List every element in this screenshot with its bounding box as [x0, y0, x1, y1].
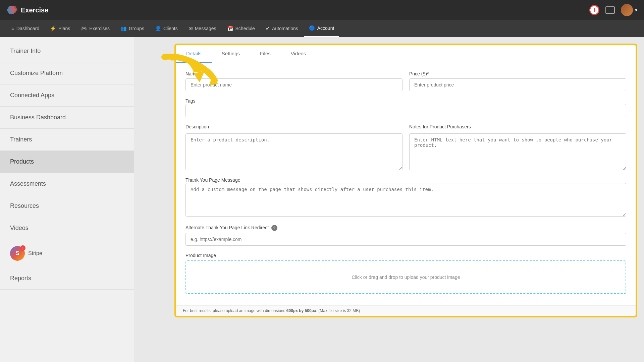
- notes-label: Notes for Product Purchasers: [409, 124, 626, 129]
- stripe-badge: S 1: [10, 246, 25, 261]
- nav-schedule[interactable]: 📅 Schedule: [222, 20, 260, 37]
- plans-icon: ⚡: [50, 25, 56, 32]
- topbar: Exercise ▾: [0, 0, 644, 20]
- redirect-label: Alternate Thank You Page Link Redirect ?: [185, 225, 277, 230]
- user-caret: ▾: [635, 7, 637, 13]
- avatar[interactable]: [621, 4, 633, 16]
- name-input[interactable]: [185, 78, 402, 91]
- app-logo[interactable]: Exercise: [7, 5, 48, 15]
- nav-messages-label: Messages: [195, 26, 216, 31]
- clock-hands: [592, 8, 597, 12]
- name-group: Name*: [185, 71, 402, 91]
- sidebar-item-resources[interactable]: Resources: [0, 195, 134, 217]
- nav-schedule-label: Schedule: [235, 26, 255, 31]
- description-group: Description: [185, 124, 402, 170]
- image-group: Product Image Click or drag and drop to …: [185, 252, 626, 294]
- image-upload-text: Click or drag and drop to upload your pr…: [352, 275, 460, 280]
- sidebar-item-business-dashboard[interactable]: Business Dashboard: [0, 107, 134, 129]
- price-input[interactable]: [409, 78, 626, 91]
- nav-clients-label: Clients: [163, 26, 178, 31]
- messages-icon: ✉: [189, 25, 193, 32]
- schedule-icon: 📅: [227, 25, 233, 32]
- redirect-group: Alternate Thank You Page Link Redirect ?: [185, 225, 626, 246]
- name-price-row: Name* Price ($)*: [185, 71, 626, 91]
- thankyou-label: Thank You Page Message: [185, 177, 240, 183]
- nav-plans-label: Plans: [58, 26, 70, 31]
- groups-icon: 👥: [120, 25, 127, 32]
- sidebar-item-connected-apps[interactable]: Connected Apps: [0, 84, 134, 107]
- topbar-right: ▾: [589, 4, 637, 16]
- stripe-label: Stripe: [28, 250, 42, 256]
- automations-icon: ✔: [266, 25, 270, 32]
- nav-automations[interactable]: ✔ Automations: [261, 20, 303, 37]
- tab-videos[interactable]: Videos: [281, 45, 316, 63]
- image-upload-area[interactable]: Click or drag and drop to upload your pr…: [185, 260, 626, 294]
- nav-messages[interactable]: ✉ Messages: [184, 20, 221, 37]
- notification-dot: 1: [20, 245, 25, 251]
- thankyou-group: Thank You Page Message: [185, 177, 626, 218]
- sidebar-item-customize-platform[interactable]: Customize Platform: [0, 62, 134, 84]
- price-group: Price ($)*: [409, 71, 626, 91]
- redirect-input[interactable]: [185, 233, 626, 246]
- nav-clients[interactable]: 👤 Clients: [150, 20, 182, 37]
- sidebar-item-assessments[interactable]: Assessments: [0, 173, 134, 195]
- tags-group: Tags: [185, 98, 626, 117]
- tab-details[interactable]: Details: [176, 45, 212, 63]
- description-label: Description: [185, 124, 402, 129]
- logo-icon: [7, 5, 17, 15]
- name-label: Name*: [185, 71, 402, 76]
- sidebar-item-trainer-info[interactable]: Trainer Info: [0, 40, 134, 62]
- clock-icon[interactable]: [589, 5, 599, 15]
- nav-groups-label: Groups: [129, 26, 144, 31]
- desc-notes-row: Description Notes for Product Purchasers: [185, 124, 626, 170]
- tags-label: Tags: [185, 98, 196, 104]
- navbar: ≡ Dashboard ⚡ Plans 🎮 Exercises 👥 Groups…: [0, 20, 644, 37]
- form-body: Name* Price ($)* Tags Descrip: [176, 63, 636, 305]
- sidebar-item-trainers[interactable]: Trainers: [0, 129, 134, 151]
- user-menu[interactable]: ▾: [621, 4, 637, 16]
- tags-input[interactable]: [185, 104, 626, 117]
- product-form-panel: Details Settings Files Videos Name*: [174, 44, 637, 317]
- nav-automations-label: Automations: [272, 26, 298, 31]
- main-layout: Trainer Info Customize Platform Connecte…: [0, 37, 644, 362]
- description-textarea[interactable]: [185, 133, 402, 170]
- content-area: Details Settings Files Videos Name*: [134, 37, 644, 362]
- tab-files[interactable]: Files: [250, 45, 281, 63]
- account-icon: 🔵: [309, 25, 315, 31]
- screen-icon[interactable]: [605, 6, 615, 14]
- price-label: Price ($)*: [409, 71, 626, 76]
- tab-settings[interactable]: Settings: [212, 45, 250, 63]
- app-name: Exercise: [21, 6, 48, 14]
- image-label: Product Image: [185, 253, 216, 258]
- sidebar: Trainer Info Customize Platform Connecte…: [0, 37, 134, 362]
- notes-textarea[interactable]: [409, 133, 626, 170]
- bottom-note-text: For best results, please upload an image…: [183, 308, 360, 313]
- sidebar-item-videos[interactable]: Videos: [0, 217, 134, 239]
- bottom-note: For best results, please upload an image…: [176, 305, 636, 316]
- nav-dashboard-label: Dashboard: [16, 26, 40, 31]
- nav-dashboard[interactable]: ≡ Dashboard: [7, 20, 44, 37]
- stripe-section[interactable]: S 1 Stripe: [0, 239, 134, 267]
- nav-account-label: Account: [317, 25, 334, 31]
- nav-account[interactable]: 🔵 Account: [304, 20, 339, 37]
- tabs-bar: Details Settings Files Videos: [176, 45, 636, 63]
- nav-groups[interactable]: 👥 Groups: [116, 20, 149, 37]
- notes-group: Notes for Product Purchasers: [409, 124, 626, 170]
- dashboard-icon: ≡: [11, 26, 14, 32]
- sidebar-item-reports[interactable]: Reports: [0, 267, 134, 290]
- thankyou-textarea[interactable]: [185, 183, 626, 217]
- clients-icon: 👤: [155, 25, 161, 32]
- redirect-help-icon[interactable]: ?: [271, 225, 277, 231]
- sidebar-item-products[interactable]: Products: [0, 151, 134, 173]
- nav-plans[interactable]: ⚡ Plans: [45, 20, 75, 37]
- nav-exercises-label: Exercises: [89, 26, 110, 31]
- nav-exercises[interactable]: 🎮 Exercises: [76, 20, 114, 37]
- exercises-icon: 🎮: [81, 25, 87, 32]
